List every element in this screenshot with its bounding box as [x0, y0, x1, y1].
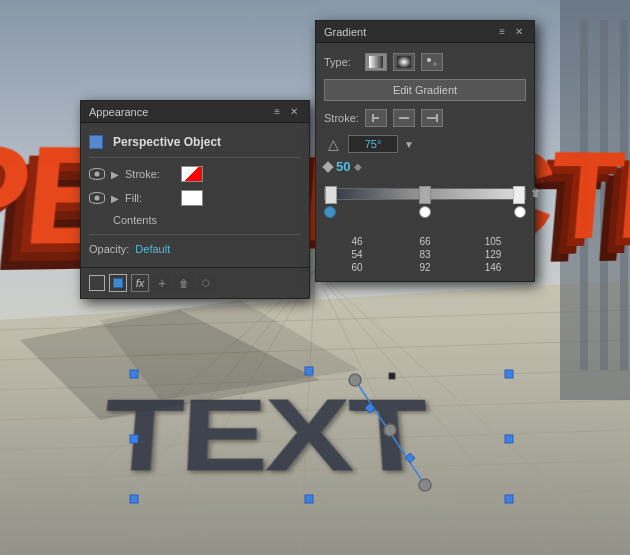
contents-row: Contents: [89, 210, 301, 230]
grad-val-r1c1: 46: [324, 236, 390, 247]
gradient-panel-controls: ≡ ✕: [496, 25, 526, 38]
gradient-color-stop-circle-0[interactable]: [324, 206, 336, 218]
svg-rect-29: [130, 495, 138, 503]
gradient-type-freeform-btn[interactable]: [421, 53, 443, 71]
svg-point-32: [349, 374, 361, 386]
svg-rect-24: [305, 367, 313, 375]
gradient-delete-btn[interactable]: 🗑: [531, 187, 541, 198]
gradient-type-linear-btn[interactable]: [365, 53, 387, 71]
stroke-cap-btn-3[interactable]: [421, 109, 443, 127]
gradient-values-grid: 46 66 105 54 83 129 60 92 146: [324, 234, 526, 275]
svg-point-33: [384, 424, 396, 436]
gradient-color-stop-circle-50[interactable]: [419, 206, 431, 218]
stroke-arrow-icon: ▶: [111, 169, 119, 180]
selection-handles-svg: [125, 365, 515, 510]
gradient-track[interactable]: 🗑: [324, 188, 526, 200]
gradient-angle-row: △ ▼: [324, 131, 526, 157]
opacity-row: Opacity: Default: [89, 239, 301, 259]
gradient-body: Type: Edit G: [316, 43, 534, 281]
position-diamond-icon: [322, 161, 333, 172]
gradient-panel-title: Gradient: [324, 26, 366, 38]
appearance-panel-title: Appearance: [89, 106, 148, 118]
stroke-swatch[interactable]: [181, 166, 203, 182]
appearance-panel: Appearance ≡ ✕ Perspective Object ▶ Stro…: [80, 100, 310, 299]
stroke-cap-btn-2[interactable]: [393, 109, 415, 127]
gradient-stop-0[interactable]: [325, 186, 337, 204]
gradient-expand-btn[interactable]: ≡: [496, 25, 508, 38]
opacity-label: Opacity:: [89, 243, 129, 255]
freeform-gradient-icon: [425, 56, 439, 68]
grad-val-r2c1: 54: [324, 249, 390, 260]
svg-rect-27: [505, 435, 513, 443]
stroke-eye-icon[interactable]: [89, 168, 105, 180]
grad-val-r2c2: 83: [392, 249, 458, 260]
object-icon: [89, 135, 103, 149]
copy-icon[interactable]: ⬡: [197, 274, 215, 292]
fill-arrow-icon: ▶: [111, 193, 119, 204]
selection-overlay: [125, 365, 515, 510]
footer-square-icon: [89, 275, 105, 291]
svg-rect-26: [505, 370, 513, 378]
fx-icon[interactable]: fx: [131, 274, 149, 292]
panel-controls: ≡ ✕: [271, 105, 301, 118]
fill-eye-icon[interactable]: [89, 192, 105, 204]
gradient-titlebar: Gradient ≡ ✕: [316, 21, 534, 43]
stroke-label: Stroke:: [125, 168, 175, 180]
svg-rect-35: [389, 373, 395, 379]
svg-rect-38: [369, 56, 383, 68]
position-value: 50: [336, 159, 350, 174]
opacity-value: Default: [135, 243, 170, 255]
svg-point-41: [427, 58, 431, 62]
position-row: 50 ◆: [324, 157, 526, 176]
angle-dropdown-btn[interactable]: ▼: [404, 139, 414, 150]
gradient-panel: Gradient ≡ ✕ Type:: [315, 20, 535, 282]
gradient-type-row: Type:: [324, 49, 526, 75]
svg-marker-37: [405, 453, 415, 463]
svg-rect-40: [425, 56, 439, 68]
gradient-stop-100[interactable]: [513, 186, 525, 204]
gradient-bar: 🗑: [324, 176, 526, 234]
footer-square2-icon: [109, 274, 127, 292]
svg-rect-28: [305, 495, 313, 503]
svg-rect-30: [505, 495, 513, 503]
edit-gradient-btn[interactable]: Edit Gradient: [324, 79, 526, 101]
gradient-close-btn[interactable]: ✕: [512, 25, 526, 38]
appearance-body: Perspective Object ▶ Stroke: ▶ Fill: Con…: [81, 123, 309, 267]
stroke-cap-btn-1[interactable]: [365, 109, 387, 127]
grad-val-r2c3: 129: [460, 249, 526, 260]
contents-label: Contents: [113, 214, 157, 226]
grad-val-r3c3: 146: [460, 262, 526, 273]
grad-val-r1c3: 105: [460, 236, 526, 247]
appearance-close-btn[interactable]: ✕: [287, 105, 301, 118]
linear-gradient-icon: [369, 56, 383, 68]
appearance-expand-btn[interactable]: ≡: [271, 105, 283, 118]
gradient-type-radial-btn[interactable]: [393, 53, 415, 71]
gradient-type-label: Type:: [324, 56, 359, 68]
grad-val-r3c1: 60: [324, 262, 390, 273]
stroke-cap-1-icon: [369, 111, 383, 125]
object-label: Perspective Object: [113, 135, 221, 149]
gradient-color-stop-circle-100[interactable]: [514, 206, 526, 218]
trash-icon[interactable]: 🗑: [175, 274, 193, 292]
add-icon[interactable]: +: [153, 274, 171, 292]
fill-label: Fill:: [125, 192, 175, 204]
angle-icon: △: [324, 135, 342, 153]
object-row: Perspective Object: [89, 131, 301, 153]
stroke-cap-3-icon: [425, 111, 439, 125]
svg-marker-36: [365, 403, 375, 413]
svg-rect-23: [130, 370, 138, 378]
appearance-footer: fx + 🗑 ⬡: [81, 267, 309, 298]
fill-row[interactable]: ▶ Fill:: [89, 186, 301, 210]
svg-point-34: [419, 479, 431, 491]
gradient-stop-50[interactable]: [419, 186, 431, 204]
stroke-row[interactable]: ▶ Stroke:: [89, 162, 301, 186]
position-diamond-end: ◆: [354, 161, 362, 172]
angle-input[interactable]: [348, 135, 398, 153]
grad-val-r3c2: 92: [392, 262, 458, 273]
fill-swatch[interactable]: [181, 190, 203, 206]
stroke-cap-2-icon: [397, 111, 411, 125]
svg-point-42: [433, 62, 437, 66]
gradient-stroke-label: Stroke:: [324, 112, 359, 124]
divider-1: [89, 157, 301, 158]
svg-rect-25: [130, 435, 138, 443]
